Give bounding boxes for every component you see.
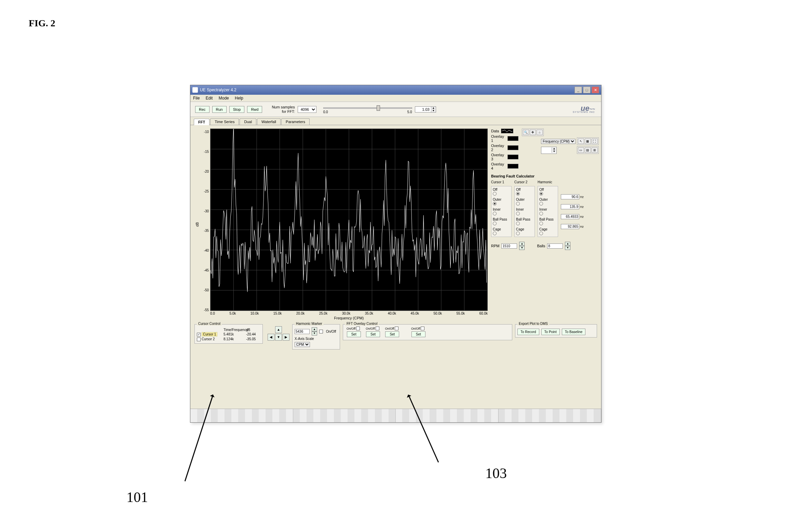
- rpm-input[interactable]: [501, 243, 517, 249]
- c1-cage-radio[interactable]: [493, 232, 497, 235]
- h-inner-radio[interactable]: [539, 212, 543, 215]
- rpm-label: RPM: [491, 244, 499, 248]
- harmonic-onoff-checkbox[interactable]: [319, 330, 323, 333]
- side-stepper[interactable]: ▲▼: [541, 147, 557, 154]
- tool-reset-icon[interactable]: ⌂: [537, 130, 543, 135]
- menu-edit[interactable]: Edit: [206, 96, 213, 101]
- bearing-fault-calculator: Cursor 1 Cursor 2 Harmonic Off Outer Inn…: [491, 180, 597, 237]
- h-cage-radio[interactable]: [539, 232, 543, 235]
- tool-b-icon[interactable]: ▤: [585, 147, 591, 153]
- overlay-1: On/Off Set: [345, 326, 362, 338]
- c1-inner-radio[interactable]: [493, 212, 497, 215]
- ov3-onoff-checkbox[interactable]: [395, 327, 398, 330]
- cursor1-checkbox[interactable]: [197, 333, 201, 336]
- h-off-radio[interactable]: [539, 192, 543, 196]
- menu-mode[interactable]: Mode: [219, 96, 229, 101]
- tool-a-icon[interactable]: ▭: [578, 147, 584, 153]
- tool-grid-icon[interactable]: ▦: [585, 138, 591, 144]
- outer-hz-input[interactable]: [561, 194, 579, 199]
- gain-slider[interactable]: 0.0 5.0: [323, 105, 412, 114]
- harmonic-value-input[interactable]: [295, 329, 310, 334]
- num-samples-label: Num samples for FFT:: [272, 105, 295, 113]
- nav-right-button[interactable]: ▶: [283, 334, 289, 341]
- c2-off-radio[interactable]: [516, 192, 520, 196]
- stop-button[interactable]: Stop: [229, 106, 245, 113]
- cursor2-db-value: -35.05: [246, 337, 263, 341]
- c1-outer-radio[interactable]: [493, 202, 497, 206]
- to-point-button[interactable]: To Point: [541, 329, 560, 335]
- nav-down-button[interactable]: ▼: [275, 334, 282, 341]
- cursor2-checkbox[interactable]: [197, 338, 201, 341]
- nav-left-button[interactable]: ◀: [268, 334, 274, 341]
- tab-row: FFT Time Series Dual Waterfall Parameter…: [190, 117, 601, 125]
- bfc-title: Bearing Fault Calculator: [491, 174, 597, 178]
- cc-tf-hdr: Time/Frequency: [224, 328, 244, 332]
- tool-zoom-icon[interactable]: 🔍: [523, 130, 529, 135]
- ov4-set-button[interactable]: Set: [411, 331, 425, 337]
- tool-c-icon[interactable]: ⊞: [592, 147, 598, 153]
- legend-ov1-label: Overlay 1: [491, 134, 505, 143]
- ballpass-hz-input[interactable]: [561, 214, 579, 219]
- c2-inner-radio[interactable]: [516, 212, 520, 215]
- to-baseline-button[interactable]: To Baseline: [562, 329, 586, 335]
- balls-spinner[interactable]: ▲▼: [565, 242, 570, 250]
- cage-hz-input[interactable]: [561, 224, 579, 229]
- ov3-set-button[interactable]: Set: [385, 331, 399, 337]
- h-ballpass-radio[interactable]: [539, 222, 543, 225]
- ov1-onoff-checkbox[interactable]: [356, 327, 360, 330]
- close-button[interactable]: ✕: [592, 87, 599, 93]
- balls-input[interactable]: [547, 243, 563, 249]
- xscale-select[interactable]: CPM: [295, 342, 310, 347]
- minimize-button[interactable]: _: [574, 87, 582, 93]
- maximize-button[interactable]: □: [583, 87, 591, 93]
- export-title: Export Plot to DMS: [517, 322, 549, 326]
- inner-hz-input[interactable]: [561, 204, 579, 209]
- app-icon: [192, 87, 198, 93]
- harmonic-marker-title: Harmonic Marker: [295, 322, 324, 326]
- run-button[interactable]: Run: [212, 106, 227, 113]
- cursor-control-panel: Cursor Control Time/Frequency dB Cursor …: [194, 324, 263, 344]
- ov2-set-button[interactable]: Set: [366, 331, 380, 337]
- gain-stepper[interactable]: ▲▼: [415, 106, 436, 113]
- ov4-onoff-checkbox[interactable]: [421, 327, 424, 330]
- rpm-spinner[interactable]: ▲▼: [519, 242, 525, 250]
- num-samples-select[interactable]: 4096: [298, 106, 316, 113]
- tab-parameters[interactable]: Parameters: [281, 118, 310, 125]
- legend-ov2-label: Overlay 2: [491, 144, 505, 152]
- freq-unit-select[interactable]: Frequency (CPM): [541, 139, 576, 144]
- tab-fft[interactable]: FFT: [194, 119, 209, 125]
- lower-panels: Cursor Control Time/Frequency dB Cursor …: [190, 322, 601, 353]
- rwd-button[interactable]: Rwd: [247, 106, 262, 113]
- menu-help[interactable]: Help: [235, 96, 243, 101]
- c2-ballpass-radio[interactable]: [516, 222, 520, 225]
- window-title: UE Spectralyzer 4.2: [200, 88, 236, 92]
- tool-expand-icon[interactable]: ⛶: [592, 138, 598, 144]
- tab-waterfall[interactable]: Waterfall: [257, 118, 281, 125]
- menu-file[interactable]: File: [193, 96, 200, 101]
- export-panel: Export Plot to DMS To Record To Point To…: [515, 324, 597, 338]
- c1-ballpass-radio[interactable]: [493, 222, 497, 225]
- c2-outer-radio[interactable]: [516, 202, 520, 206]
- gain-input[interactable]: [415, 107, 431, 112]
- x-ticks: 0.05.0k10.0k15.0k20.0k25.0k30.0k35.0k40.…: [210, 311, 488, 315]
- y-axis-label: dB: [194, 129, 200, 320]
- c2-cage-radio[interactable]: [516, 232, 520, 235]
- bfc-col3-hdr: Harmonic: [538, 180, 558, 184]
- ov1-set-button[interactable]: Set: [347, 331, 361, 337]
- tool-pan-icon[interactable]: ✥: [530, 130, 536, 135]
- content-area: dB -10-15-20-25-30-35-40-45-50-55 0.05.0…: [190, 125, 601, 322]
- tab-time-series[interactable]: Time Series: [210, 118, 239, 125]
- nav-up-button[interactable]: ▲: [275, 326, 282, 333]
- harmonic-spinner[interactable]: ▲▼: [312, 327, 317, 335]
- to-record-button[interactable]: To Record: [517, 329, 539, 335]
- c1-off-radio[interactable]: [493, 192, 497, 196]
- overlay-4: On/Off Set: [410, 326, 427, 338]
- ov2-onoff-checkbox[interactable]: [376, 327, 379, 330]
- rec-button[interactable]: Rec: [195, 106, 209, 113]
- h-outer-radio[interactable]: [539, 202, 543, 206]
- tab-dual[interactable]: Dual: [240, 118, 256, 125]
- fft-plot[interactable]: [210, 129, 488, 311]
- statusbar: [190, 409, 601, 422]
- annotation-101: 101: [126, 489, 148, 505]
- tool-cursor-icon[interactable]: ↖: [578, 138, 584, 144]
